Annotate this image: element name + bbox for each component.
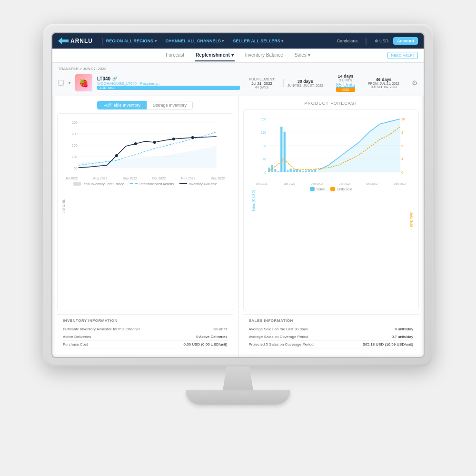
nav-right: Candelaria | ⊕ USD Account [337, 37, 418, 45]
legend-ideal-range: Ideal Inventory Level Range [73, 182, 124, 186]
nav-currency: ⊕ USD [375, 39, 388, 43]
fulfillment-date: Jul 21, 2022 [249, 81, 275, 86]
svg-rect-42 [298, 170, 300, 172]
tabs-bar: Forecast Replenishment ▾ Inventory Balan… [52, 49, 424, 63]
inventory-label-1: Active Deliveries [63, 335, 91, 339]
chart-tab-fulfillable[interactable]: Fulfillable Inventory [97, 101, 147, 109]
monitor-stand [186, 390, 290, 405]
stat-14days: 14 days 3 UNITS 85 Units 4380 [332, 74, 359, 92]
forecast-x-labels: Oct 2021 Jan 2022 Apr 2022 Jul 2022 Oct … [248, 182, 415, 185]
svg-marker-11 [79, 146, 217, 168]
svg-rect-46 [311, 170, 313, 172]
svg-rect-36 [280, 127, 282, 172]
nav-seller-filter[interactable]: SELLER ALL SELLERS ▾ [233, 39, 284, 43]
product-tag[interactable]: ADD TAG [97, 86, 240, 90]
svg-rect-38 [287, 170, 288, 172]
svg-rect-34 [274, 169, 276, 172]
product-id: LT040 🔗 [97, 76, 240, 81]
product-header: TRANSFER > JUN 07, 2022 ▾ 🍓 LT040 🔗 WOOH… [52, 63, 424, 96]
forecast-y-right: Units Sold [410, 212, 414, 227]
fulfillment-days: 44 DAYS [249, 86, 275, 89]
settings-icon[interactable]: ⚙ [412, 79, 418, 87]
tab-sales[interactable]: Sales ▾ [294, 50, 311, 61]
charts-right: PRODUCT FORECAST Sales (K USD) Units Sol… [238, 96, 424, 357]
account-button[interactable]: Account [393, 37, 418, 45]
svg-text:200: 200 [72, 132, 78, 136]
nav-channel-filter[interactable]: CHANNEL ALL CHANNELS ▾ [166, 39, 225, 43]
units-14: 3 UNITS [336, 79, 355, 82]
svg-point-13 [134, 142, 137, 145]
product-expand[interactable]: ▾ [69, 81, 70, 85]
days-46: 46 days [368, 77, 399, 82]
svg-text:0: 0 [401, 171, 403, 174]
help-button[interactable]: NEED HELP? [387, 52, 418, 59]
fulfillment-info: Fulfillment Jul 21, 2022 44 DAYS [245, 77, 278, 89]
svg-text:50: 50 [74, 167, 78, 170]
forecast-legend: Sales Units Sold [248, 187, 415, 191]
nav-region-filter[interactable]: REGION ALL REGIONS ▾ [106, 39, 157, 43]
chart-tab-storage[interactable]: Storage Inventory [147, 101, 193, 109]
legend-available: Inventory Available [179, 182, 217, 186]
forecast-chart-area: Sales (K USD) Units Sold 160 [243, 109, 419, 310]
svg-text:0: 0 [264, 171, 266, 174]
tab-replenishment[interactable]: Replenishment ▾ [195, 50, 235, 61]
tabs: Forecast Replenishment ▾ Inventory Balan… [165, 50, 311, 61]
svg-text:8: 8 [401, 131, 403, 134]
main-content: Fulfillable Inventory Storage Inventory … [52, 96, 424, 357]
chart-legend: Ideal Inventory Level Range Recommended … [61, 182, 229, 186]
product-checkbox[interactable] [58, 80, 64, 86]
nav-user: Candelaria [337, 39, 358, 43]
inventory-value-2: 0.00 USD (0.00 USD/unit) [183, 342, 227, 347]
svg-rect-35 [277, 171, 279, 172]
svg-rect-39 [289, 169, 291, 172]
sales-value-0: 0 units/day [395, 327, 413, 331]
svg-text:6: 6 [401, 144, 403, 148]
svg-marker-0 [58, 38, 69, 44]
nav-logo-text: ARNLU [70, 38, 93, 44]
stat-coverage: 30 days JUN/YES: JUL 07, 2022 [283, 79, 327, 87]
svg-text:100: 100 [72, 155, 78, 159]
units-link[interactable]: 85 Units [336, 82, 355, 88]
forecast-legend-units: Units Sold [330, 187, 352, 191]
product-image: 🍓 [75, 74, 92, 91]
sales-label-0: Average Sales on the Last 30 days [249, 327, 308, 331]
tab-forecast[interactable]: Forecast [165, 50, 185, 61]
svg-rect-40 [292, 169, 294, 172]
svg-point-12 [115, 154, 118, 157]
nav-divider: | [101, 37, 103, 45]
sales-info-title: SALES INFORMATION [249, 318, 414, 323]
inventory-row-1: Active Deliveries 0 Active Deliveries [63, 333, 228, 341]
product-breadcrumb: TRANSFER > JUN 07, 2022 [58, 67, 418, 71]
monitor-wrapper: ARNLU | REGION ALL REGIONS ▾ CHANNEL ALL… [43, 24, 433, 452]
svg-rect-43 [302, 171, 304, 172]
chart-y-label: # of Units [62, 199, 65, 214]
svg-rect-47 [314, 169, 316, 172]
inventory-row-2: Purchase Cost 0.00 USD (0.00 USD/unit) [63, 341, 228, 348]
inventory-value-1: 0 Active Deliveries [196, 335, 227, 339]
legend-recommended: Recommended Actions [130, 182, 174, 186]
monitor-neck [219, 367, 257, 390]
inventory-value-0: 39 Units [213, 327, 227, 331]
chart-tabs: Fulfillable Inventory Storage Inventory [57, 101, 233, 109]
sales-info-section: SALES INFORMATION Average Sales on the L… [243, 314, 419, 352]
date-range-1: FROM: JUL 21, 2022 [368, 82, 399, 85]
days-14: 14 days [336, 74, 355, 79]
tab-inventory-balance[interactable]: Inventory Balance [244, 50, 284, 61]
sales-value-2: $65.18 USD (16.59 USD/unit) [363, 342, 413, 347]
product-row: ▾ 🍓 LT040 🔗 WOOH/HOUSE_LT040 - Raspberry… [58, 74, 418, 92]
coverage-label: 30 days [288, 79, 323, 84]
svg-rect-45 [308, 169, 310, 172]
forecast-legend-sales: Sales [310, 187, 325, 191]
inventory-info-section: INVENTORY INFORMATION Fulfillable Invent… [57, 314, 233, 352]
svg-rect-33 [271, 165, 273, 172]
logo-icon [58, 38, 69, 44]
svg-point-14 [153, 141, 156, 144]
sales-row-0: Average Sales on the Last 30 days 0 unit… [249, 326, 414, 333]
svg-rect-44 [305, 171, 307, 172]
sales-label-1: Average Sales on Coverage Period [249, 335, 308, 339]
alert-badge: 4380 [336, 88, 355, 92]
charts-left: Fulfillable Inventory Storage Inventory … [52, 96, 238, 357]
svg-text:120: 120 [261, 131, 266, 134]
svg-text:10: 10 [401, 118, 405, 121]
svg-text:160: 160 [261, 118, 266, 121]
